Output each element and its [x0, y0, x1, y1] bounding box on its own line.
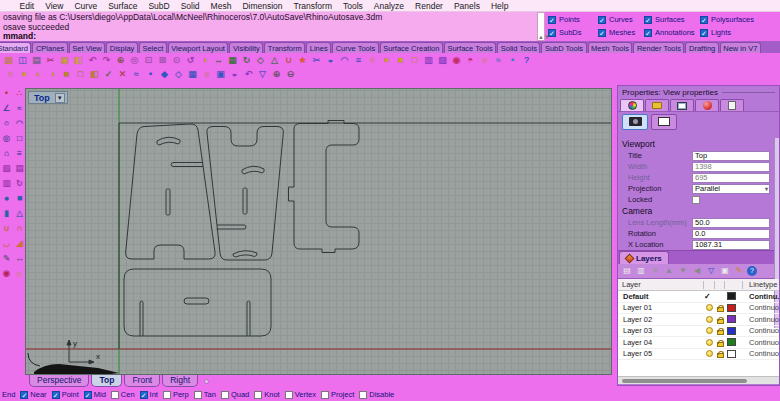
rectangle-icon[interactable]: □ [14, 132, 25, 144]
lock-swap-icon[interactable]: ◧ [88, 68, 101, 81]
chevron-down-icon[interactable]: ▼ [55, 93, 65, 103]
checkbox-icon[interactable]: ✓ [84, 391, 92, 399]
menu-view[interactable]: View [40, 1, 69, 11]
osnap-end[interactable]: End [2, 390, 15, 399]
zoom-selected-icon[interactable]: ⊙ [170, 54, 183, 67]
projection-dropdown[interactable]: Parallel▾ [692, 184, 770, 194]
polygon-icon[interactable]: ⌂ [1, 147, 12, 159]
lens-field[interactable]: 50.0 [692, 218, 770, 228]
select-none-icon[interactable]: ✕ [116, 68, 129, 81]
camera-button[interactable] [622, 114, 648, 130]
title-field[interactable]: Top [692, 151, 770, 161]
toolbar-tab-mesh-tools[interactable]: Mesh Tools [588, 42, 633, 53]
menu-edit[interactable]: Edit [14, 1, 40, 11]
layer-linetype[interactable]: Continuo... [749, 315, 779, 324]
isolate-icon[interactable]: ◑ [46, 68, 59, 81]
osnap-disable[interactable]: Disable [359, 390, 394, 399]
save-file-icon[interactable]: ◫ [16, 54, 29, 67]
layer-row-05[interactable]: Layer 05 Continuo... [618, 349, 779, 361]
osnap-point[interactable]: ✓Point [52, 390, 79, 399]
split-icon[interactable]: ◒ [324, 54, 337, 67]
command-history[interactable]: osaving file as C:\Users\diego\AppData\L… [0, 12, 537, 41]
checkbox-icon[interactable]: ✓ [598, 29, 606, 37]
layer-row-02[interactable]: Layer 02 Continuo... [618, 314, 779, 326]
layer-name[interactable]: Layer 05 [623, 349, 652, 358]
menu-surface[interactable]: Surface [103, 1, 143, 11]
layer-name[interactable]: Layer 03 [623, 326, 652, 335]
show-icon[interactable]: ● [380, 54, 393, 67]
menu-render[interactable]: Render [410, 1, 449, 11]
checkbox-icon[interactable]: ✓ [548, 16, 556, 24]
dimension-icon[interactable]: ↔ [14, 252, 25, 264]
filter-points[interactable]: ✓Points [548, 15, 598, 24]
tab-display[interactable] [670, 99, 694, 111]
osnap-vertex[interactable]: Vertex [285, 390, 316, 399]
viewport-rect-button[interactable] [651, 114, 677, 130]
zoom-dynamic-icon[interactable]: ◎ [128, 54, 141, 67]
help-icon[interactable]: ? [520, 54, 533, 67]
toolbar-tab-cplanes[interactable]: CPlanes [32, 42, 67, 53]
viewport-title[interactable]: Top [31, 93, 53, 103]
ungroup-icon[interactable]: ⊖ [284, 68, 297, 81]
layer-color-swatch[interactable] [727, 327, 736, 335]
open-file-icon[interactable]: ▨ [2, 54, 15, 67]
checkbox-icon[interactable] [194, 391, 202, 399]
command-scrollbar[interactable]: ▲▼ [537, 12, 545, 41]
column-layer[interactable]: Layer [622, 280, 641, 289]
print-icon[interactable]: ▤ [30, 54, 43, 67]
menu-panels[interactable]: Panels [448, 1, 485, 11]
copy-icon[interactable]: ▣ [58, 54, 71, 67]
filter-surfaces[interactable]: ✓Surfaces [644, 15, 700, 24]
checkbox-icon[interactable]: ✓ [700, 29, 708, 37]
layer-linetype[interactable]: Continuo... [749, 303, 779, 312]
layer-row-default[interactable]: Default ✓ Continu... [618, 291, 779, 303]
mirror-icon[interactable]: △ [268, 54, 281, 67]
select-meshes-icon[interactable]: ▦ [186, 68, 199, 81]
checkbox-icon[interactable] [321, 391, 329, 399]
menu-transform[interactable]: Transform [288, 1, 337, 11]
toolbar-tab-display[interactable]: Display [106, 42, 138, 53]
checkbox-icon[interactable] [254, 391, 262, 399]
hide-swap-icon[interactable]: ◐ [32, 68, 45, 81]
checkbox-icon[interactable] [285, 391, 293, 399]
select-all-icon[interactable]: ✓ [102, 68, 115, 81]
layer-linetype[interactable]: Continuo... [749, 338, 779, 347]
toolbar-tab-standard[interactable]: Standard [0, 42, 31, 53]
layer-color-swatch[interactable] [727, 315, 736, 323]
layer-linetype[interactable]: Continu... [749, 292, 779, 301]
osnap-mid[interactable]: ✓Mid [84, 390, 106, 399]
filter-meshes[interactable]: ✓Meshes [598, 28, 644, 37]
tab-notes[interactable] [720, 99, 744, 111]
toolbar-tab-viewport-layout[interactable]: Viewport Layout [168, 42, 229, 53]
pan-icon[interactable]: ⊕ [114, 54, 127, 67]
select-surfaces-icon[interactable]: ◆ [158, 68, 171, 81]
cut-icon[interactable]: ✂ [44, 54, 57, 67]
duplicate-layer-icon[interactable]: ▥ [635, 265, 647, 277]
toolbar-tab-solid-tools[interactable]: Solid Tools [497, 42, 540, 53]
layer-filter-icon[interactable]: ▽ [705, 265, 717, 277]
osnap-quad[interactable]: Quad [221, 390, 249, 399]
column-linetype[interactable]: Linetype [749, 280, 777, 289]
layer-on-bulb-icon[interactable] [706, 327, 713, 334]
layer-name[interactable]: Layer 02 [623, 315, 652, 324]
osnap-near[interactable]: ✓Near [20, 390, 46, 399]
trim-icon[interactable]: ✂ [310, 54, 323, 67]
lock-objects-icon[interactable]: ■ [60, 68, 73, 81]
paint-icon[interactable]: ◉ [1, 267, 12, 279]
offset-icon[interactable]: ≡ [352, 54, 365, 67]
box-icon[interactable]: ■ [14, 192, 25, 204]
layer-row-04[interactable]: Layer 04 Continuo... [618, 337, 779, 349]
checkbox-icon[interactable]: ✓ [644, 29, 652, 37]
collapse-icon[interactable]: ◀ [691, 265, 703, 277]
layer-lock-icon[interactable] [717, 330, 724, 335]
tab-render[interactable] [695, 99, 719, 111]
curve-tools-icon[interactable]: ≈ [492, 54, 505, 67]
zoom-extents-icon[interactable]: ⊠ [156, 54, 169, 67]
viewport-tab-perspective[interactable]: Perspective [29, 375, 89, 387]
ellipse-icon[interactable]: ◎ [1, 132, 12, 144]
undo-icon[interactable]: ↶ [86, 54, 99, 67]
layer-name[interactable]: Layer 04 [623, 338, 652, 347]
layer-on-bulb-icon[interactable] [706, 304, 713, 311]
point-icon[interactable]: • [1, 87, 12, 99]
osnap-knot[interactable]: Knot [254, 390, 279, 399]
